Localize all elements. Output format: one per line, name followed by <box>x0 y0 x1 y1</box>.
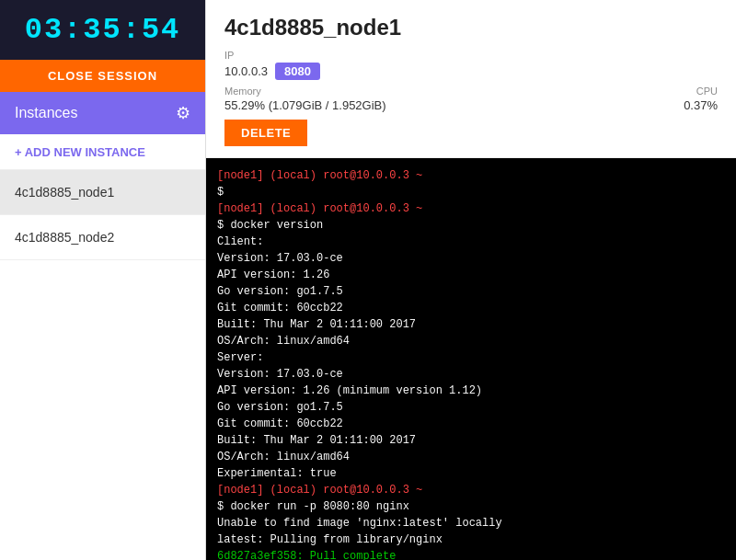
add-new-instance-section: + ADD NEW INSTANCE <box>0 134 205 170</box>
memory-section: Memory 55.29% (1.079GiB / 1.952GiB) <box>224 86 386 112</box>
terminal-line: [node1] (local) root@10.0.0.3 ~ <box>217 200 725 217</box>
instances-label: Instances <box>15 105 77 121</box>
terminal-line: Client: <box>217 234 725 250</box>
terminal-line: 6d827a3ef358: Pull complete <box>217 548 725 560</box>
instance-item-label: 4c1d8885_node2 <box>15 230 114 245</box>
ip-memory-row: IP 10.0.0.3 8080 <box>224 50 718 80</box>
terminal[interactable]: [node1] (local) root@10.0.0.3 ~$[node1] … <box>206 158 736 560</box>
terminal-line: latest: Pulling from library/nginx <box>217 531 725 548</box>
terminal-line: API version: 1.26 (minimum version 1.12) <box>217 383 725 399</box>
terminal-line: Server: <box>217 349 725 366</box>
instance-item[interactable]: 4c1d8885_node2 <box>0 215 205 260</box>
terminal-line: Experimental: true <box>217 465 725 482</box>
gear-icon[interactable]: ⚙ <box>176 103 190 123</box>
terminal-line: OS/Arch: linux/amd64 <box>217 333 725 349</box>
close-session-button[interactable]: CLOSE SESSION <box>0 60 205 92</box>
ip-label: IP <box>224 50 320 61</box>
terminal-line: Version: 17.03.0-ce <box>217 250 725 267</box>
terminal-line: Unable to find image 'nginx:latest' loca… <box>217 515 725 531</box>
terminal-line: Git commit: 60ccb22 <box>217 416 725 432</box>
instance-list: 4c1d8885_node1 4c1d8885_node2 <box>0 170 205 560</box>
instance-item[interactable]: 4c1d8885_node1 <box>0 170 205 215</box>
instance-header: 4c1d8885_node1 IP 10.0.0.3 8080 Memory 5… <box>206 0 736 158</box>
instance-item-label: 4c1d8885_node1 <box>15 185 114 200</box>
port-badge[interactable]: 8080 <box>275 63 320 80</box>
terminal-line: Version: 17.03.0-ce <box>217 366 725 383</box>
terminal-line: $ docker run -p 8080:80 nginx <box>217 498 725 515</box>
memory-value: 55.29% (1.079GiB / 1.952GiB) <box>224 98 386 112</box>
ip-value-row: 10.0.0.3 8080 <box>224 63 320 80</box>
terminal-line: Git commit: 60ccb22 <box>217 300 725 316</box>
add-new-instance-link[interactable]: + ADD NEW INSTANCE <box>15 145 145 159</box>
terminal-line: [node1] (local) root@10.0.0.3 ~ <box>217 167 725 184</box>
sidebar-header: 03:35:54 <box>0 0 205 60</box>
clock-display: 03:35:54 <box>15 13 190 47</box>
ip-value: 10.0.0.3 <box>224 64 268 78</box>
terminal-line: Built: Thu Mar 2 01:11:00 2017 <box>217 316 725 333</box>
instance-title: 4c1d8885_node1 <box>224 15 718 40</box>
ip-section: IP 10.0.0.3 8080 <box>224 50 320 80</box>
main-content: 4c1d8885_node1 IP 10.0.0.3 8080 Memory 5… <box>206 0 736 560</box>
terminal-line: OS/Arch: linux/amd64 <box>217 449 725 465</box>
cpu-value: 0.37% <box>684 98 718 112</box>
delete-button[interactable]: DELETE <box>224 120 307 146</box>
memory-label: Memory <box>224 86 386 97</box>
terminal-line: API version: 1.26 <box>217 267 725 283</box>
terminal-line: $ docker version <box>217 217 725 234</box>
terminal-line: Built: Thu Mar 2 01:11:00 2017 <box>217 432 725 449</box>
cpu-label: CPU <box>684 86 718 97</box>
terminal-line: Go version: go1.7.5 <box>217 283 725 300</box>
cpu-section: CPU 0.37% <box>684 86 718 112</box>
terminal-line: Go version: go1.7.5 <box>217 399 725 416</box>
terminal-line: [node1] (local) root@10.0.0.3 ~ <box>217 482 725 498</box>
terminal-line: $ <box>217 184 725 200</box>
memory-cpu-row: Memory 55.29% (1.079GiB / 1.952GiB) CPU … <box>224 86 718 112</box>
instances-row: Instances ⚙ <box>0 92 205 134</box>
sidebar: 03:35:54 CLOSE SESSION Instances ⚙ + ADD… <box>0 0 206 560</box>
